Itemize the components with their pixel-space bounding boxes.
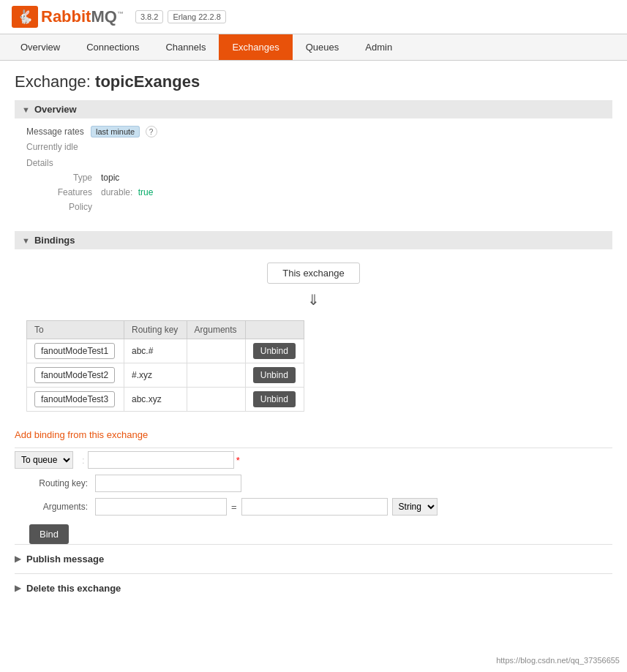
type-value: topic xyxy=(101,173,119,183)
main-nav: Overview Connections Channels Exchanges … xyxy=(0,34,627,61)
routing-key-label: Routing key: xyxy=(15,478,88,488)
delete-exchange-section: ▶ Delete this exchange xyxy=(15,573,612,603)
add-binding-section: Add binding from this exchange To queue … xyxy=(15,429,612,544)
nav-item-channels[interactable]: Channels xyxy=(152,34,219,60)
arguments-cell xyxy=(187,363,245,388)
message-rates-row: Message rates last minute ? xyxy=(26,126,601,137)
arguments-cell xyxy=(187,339,245,363)
bindings-section-body: This exchange ⇓ To Routing key Arguments… xyxy=(15,249,612,419)
nav-item-exchanges[interactable]: Exchanges xyxy=(219,34,292,60)
delete-exchange-label: Delete this exchange xyxy=(26,583,121,594)
overview-section: ▼ Overview Message rates last minute ? C… xyxy=(15,100,612,224)
queue-name: fanoutModeTest2 xyxy=(34,367,115,383)
arguments-type-select[interactable]: String xyxy=(392,498,438,516)
bindings-section-header[interactable]: ▼ Bindings xyxy=(15,231,612,249)
delete-exchange-arrow-icon: ▶ xyxy=(15,584,20,593)
logo-icon: 🐇 xyxy=(12,6,38,28)
unbind-cell[interactable]: Unbind xyxy=(245,363,304,388)
this-exchange-box: This exchange xyxy=(267,263,360,284)
arrow-down-icon: ⇓ xyxy=(307,291,320,309)
queue-name: fanoutModeTest3 xyxy=(34,391,115,407)
table-row: fanoutModeTest3 abc.xyz Unbind xyxy=(27,388,304,412)
unbind-cell[interactable]: Unbind xyxy=(245,388,304,412)
overview-arrow-icon: ▼ xyxy=(22,105,30,114)
publish-message-label: Publish message xyxy=(26,554,104,565)
policy-row: Policy xyxy=(41,202,601,212)
details-table: Type topic Features durable: true Policy xyxy=(41,173,601,212)
version-badge: 3.8.2 xyxy=(135,10,163,23)
routing-key-cell: abc.xyz xyxy=(124,388,187,412)
add-binding-title: Add binding from this exchange xyxy=(15,429,612,440)
header: 🐇 RabbitMQ™ 3.8.2 Erlang 22.2.8 xyxy=(0,0,627,34)
erlang-badge: Erlang 22.2.8 xyxy=(168,10,225,23)
to-cell: fanoutModeTest2 xyxy=(27,363,124,388)
overview-section-label: Overview xyxy=(34,104,77,115)
main-content: Exchange: topicExanges ▼ Overview Messag… xyxy=(0,61,627,614)
routing-key-row: Routing key: xyxy=(15,475,612,492)
message-rates-label: Message rates xyxy=(26,127,84,137)
bindings-table-body: fanoutModeTest1 abc.# Unbind fanoutModeT… xyxy=(27,339,304,412)
bindings-section-label: Bindings xyxy=(34,235,75,246)
bindings-table: To Routing key Arguments fanoutModeTest1… xyxy=(26,320,304,412)
col-action xyxy=(245,321,304,339)
currently-idle: Currently idle xyxy=(26,142,601,152)
bindings-arrow-icon: ▼ xyxy=(22,236,30,245)
col-arguments: Arguments xyxy=(187,321,245,339)
bindings-section: ▼ Bindings This exchange ⇓ To Routing ke… xyxy=(15,231,612,419)
arguments-row: Arguments: = String xyxy=(15,498,612,516)
type-row: Type topic xyxy=(41,173,601,183)
equals-sign: = xyxy=(231,502,237,513)
table-row: fanoutModeTest1 abc.# Unbind xyxy=(27,339,304,363)
to-queue-select[interactable]: To queue xyxy=(15,451,73,469)
publish-message-arrow-icon: ▶ xyxy=(15,554,20,564)
type-key: Type xyxy=(41,173,92,183)
nav-item-overview[interactable]: Overview xyxy=(7,34,73,60)
unbind-button[interactable]: Unbind xyxy=(253,367,296,383)
to-separator: : xyxy=(82,455,85,466)
to-queue-row: To queue : * xyxy=(15,451,612,469)
required-star: * xyxy=(236,455,240,466)
col-routing-key: Routing key xyxy=(124,321,187,339)
arguments-input-left[interactable] xyxy=(95,498,227,516)
details-label: Details xyxy=(26,158,601,168)
routing-key-cell: #.xyz xyxy=(124,363,187,388)
arguments-cell xyxy=(187,388,245,412)
nav-item-admin[interactable]: Admin xyxy=(352,34,405,60)
overview-section-header[interactable]: ▼ Overview xyxy=(15,100,612,118)
help-icon[interactable]: ? xyxy=(146,126,157,137)
features-key: Features xyxy=(41,187,92,197)
durable-value: true xyxy=(138,187,154,197)
page-title: Exchange: topicExanges xyxy=(15,72,612,91)
features-row: Features durable: true xyxy=(41,187,601,197)
overview-section-body: Message rates last minute ? Currently id… xyxy=(15,118,612,224)
bindings-diagram: This exchange ⇓ xyxy=(26,257,601,313)
nav-item-queues[interactable]: Queues xyxy=(293,34,353,60)
features-value: durable: true xyxy=(101,187,153,197)
last-minute-badge[interactable]: last minute xyxy=(91,126,140,137)
bindings-table-header: To Routing key Arguments xyxy=(27,321,304,339)
routing-key-cell: abc.# xyxy=(124,339,187,363)
logo: 🐇 RabbitMQ™ xyxy=(12,6,124,28)
unbind-button[interactable]: Unbind xyxy=(253,343,296,359)
to-cell: fanoutModeTest3 xyxy=(27,388,124,412)
bind-button[interactable]: Bind xyxy=(29,524,69,544)
queue-name: fanoutModeTest1 xyxy=(34,343,115,359)
to-cell: fanoutModeTest1 xyxy=(27,339,124,363)
table-row: fanoutModeTest2 #.xyz Unbind xyxy=(27,363,304,388)
col-to: To xyxy=(27,321,124,339)
unbind-button[interactable]: Unbind xyxy=(253,391,296,407)
logo-text: RabbitMQ™ xyxy=(41,7,124,26)
policy-key: Policy xyxy=(41,202,92,212)
publish-message-section: ▶ Publish message xyxy=(15,544,612,573)
nav-item-connections[interactable]: Connections xyxy=(73,34,152,60)
publish-message-header[interactable]: ▶ Publish message xyxy=(15,551,612,567)
unbind-cell[interactable]: Unbind xyxy=(245,339,304,363)
routing-key-input[interactable] xyxy=(95,475,241,492)
delete-exchange-header[interactable]: ▶ Delete this exchange xyxy=(15,580,612,597)
arguments-input-right[interactable] xyxy=(241,498,388,516)
arguments-label: Arguments: xyxy=(15,502,88,512)
to-queue-input[interactable] xyxy=(88,451,234,469)
